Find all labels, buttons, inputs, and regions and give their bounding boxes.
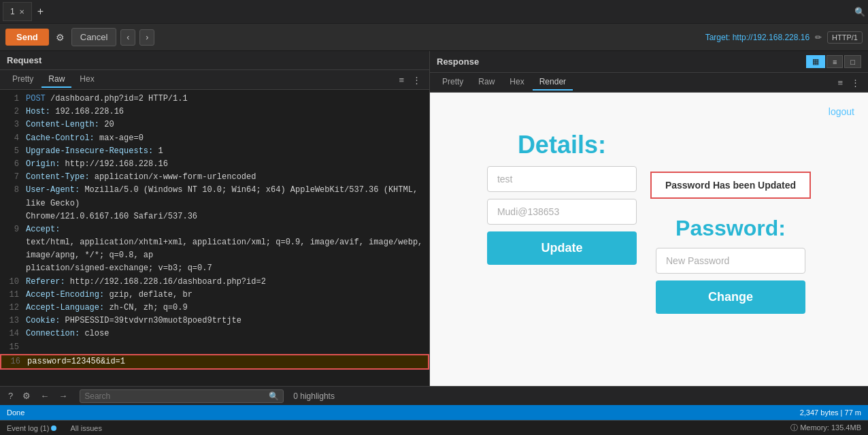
username-input[interactable] <box>487 166 637 192</box>
status-right: 2,347 bytes | 77 m <box>800 408 861 417</box>
code-line: 15 <box>0 341 429 354</box>
nav-back-btn[interactable]: ‹ <box>120 29 135 46</box>
event-dot <box>51 425 56 431</box>
code-line: 8 User-Agent: Mozilla/5.0 (Windows NT 10… <box>0 184 429 223</box>
tab-response-raw[interactable]: Raw <box>471 74 501 91</box>
update-button[interactable]: Update <box>487 231 637 265</box>
more-btn[interactable]: ⋮ <box>410 74 424 86</box>
right-column: Password Has been Updated Password: Chan… <box>650 131 811 314</box>
tab-close-btn[interactable]: ✕ <box>19 8 24 16</box>
tab-bar: 1 ✕ + 🔍 <box>0 0 868 24</box>
done-status: Done <box>7 408 24 417</box>
send-button[interactable]: Send <box>5 29 49 46</box>
event-log-bar: Event log (1) All issues ⓘ Memory: 135.4… <box>0 420 868 435</box>
response-more-btn[interactable]: ⋮ <box>848 76 863 89</box>
http-version-badge: HTTP/1 <box>827 31 863 44</box>
new-password-input[interactable] <box>656 248 805 274</box>
password-title: Password: <box>675 216 786 241</box>
nav-forward-btn[interactable]: › <box>139 29 154 46</box>
request-panel-header: Request <box>0 51 429 70</box>
response-tabs: Pretty Raw Hex Render ≡ ⋮ <box>430 73 868 93</box>
help-icon[interactable]: ? <box>5 389 16 402</box>
details-section: Details: Update Password Has been Update… <box>444 131 854 314</box>
code-line: 12 Accept-Language: zh-CN, zh; q=0.9 <box>0 302 429 315</box>
code-line: 1 POST /dashboard.php?id=2 HTTP/1.1 <box>0 93 429 106</box>
highlights-count: 0 highlights <box>293 391 335 401</box>
response-panel: Response ▦ ≡ □ Pretty Raw Hex Render ≡ ⋮… <box>430 51 868 386</box>
bottom-bar: ? ⚙ ← → 🔍 0 highlights <box>0 386 868 405</box>
response-wrap-btn[interactable]: ≡ <box>835 76 846 89</box>
edit-icon[interactable]: ✏ <box>815 33 822 42</box>
toolbar: Send ⚙ Cancel ‹ › Target: http://192.168… <box>0 24 868 51</box>
memory-info: ⓘ Memory: 135.4MB <box>790 423 861 433</box>
status-bar: Done 2,347 bytes | 77 m <box>0 405 868 420</box>
search-icon: 🔍 <box>269 391 279 401</box>
code-line: 4 Cache-Control: max-age=0 <box>0 132 429 145</box>
code-line: 11 Accept-Encoding: gzip, deflate, br <box>0 289 429 302</box>
current-password-input[interactable] <box>487 199 637 225</box>
tab-response-render[interactable]: Render <box>533 74 573 91</box>
forward-icon[interactable]: → <box>56 389 70 402</box>
code-area[interactable]: 1 POST /dashboard.php?id=2 HTTP/1.1 2 Ho… <box>0 90 429 386</box>
response-panel-header: Response ▦ ≡ □ <box>430 51 868 73</box>
search-input[interactable] <box>84 391 269 401</box>
tab-1[interactable]: 1 ✕ <box>3 2 32 21</box>
view-btn-list[interactable]: ≡ <box>827 55 843 68</box>
all-issues-label[interactable]: All issues <box>70 424 101 432</box>
view-btn-box[interactable]: □ <box>844 55 861 68</box>
search-container: 🔍 <box>80 389 284 403</box>
code-line: 6 Origin: http://192.168.228.16 <box>0 158 429 171</box>
tab-pretty[interactable]: Pretty <box>5 71 40 88</box>
tab-response-pretty[interactable]: Pretty <box>435 74 470 91</box>
code-line: 13 Cookie: PHPSESSID=39tvdvrn30muot8poed… <box>0 315 429 327</box>
highlighted-line: 16 password=123456&id=1 <box>0 354 429 370</box>
render-area: logout Details: Update Password Has been… <box>430 93 868 386</box>
tab-search-icon: 🔍 <box>854 7 865 17</box>
update-notification: Password Has been Updated <box>650 172 811 199</box>
view-buttons: ▦ ≡ □ <box>806 55 861 68</box>
settings-icon[interactable]: ⚙ <box>53 29 67 46</box>
event-log-label[interactable]: Event log (1) <box>7 424 56 432</box>
request-panel: Request Pretty Raw Hex ≡ ⋮ 1 POST /dashb… <box>0 51 430 386</box>
response-label: Response <box>437 57 479 67</box>
cancel-button[interactable]: Cancel <box>71 28 116 46</box>
code-line: 14 Connection: close <box>0 327 429 340</box>
main-area: Request Pretty Raw Hex ≡ ⋮ 1 POST /dashb… <box>0 51 868 386</box>
code-line: 9 Accept:text/html, application/xhtml+xm… <box>0 223 429 276</box>
response-actions: ≡ ⋮ <box>835 76 863 89</box>
view-btn-grid[interactable]: ▦ <box>806 55 825 68</box>
target-info: Target: http://192.168.228.16 ✏ HTTP/1 <box>705 31 863 44</box>
code-line: 7 Content-Type: application/x-www-form-u… <box>0 171 429 184</box>
settings-bottom-icon[interactable]: ⚙ <box>20 389 33 402</box>
code-line: 5 Upgrade-Insecure-Requests: 1 <box>0 145 429 158</box>
panel-actions: ≡ ⋮ <box>396 74 424 86</box>
change-button[interactable]: Change <box>656 280 805 314</box>
tab-raw[interactable]: Raw <box>41 71 71 88</box>
tab-response-hex[interactable]: Hex <box>503 74 531 91</box>
request-tabs: Pretty Raw Hex ≡ ⋮ <box>0 70 429 90</box>
code-line: 2 Host: 192.168.228.16 <box>0 106 429 118</box>
tab-hex[interactable]: Hex <box>73 71 101 88</box>
target-url: Target: http://192.168.228.16 <box>705 33 809 42</box>
bytes-info: 2,347 bytes | 77 m <box>800 408 861 417</box>
logout-link[interactable]: logout <box>829 106 854 117</box>
code-line: 10 Referer: http://192.168.228.16/dashbo… <box>0 276 429 289</box>
code-line: 3 Content-Length: 20 <box>0 118 429 131</box>
back-icon[interactable]: ← <box>37 389 52 402</box>
tab-label: 1 <box>10 7 15 16</box>
details-title: Details: <box>518 131 606 159</box>
tab-add-btn[interactable]: + <box>33 5 48 18</box>
word-wrap-btn[interactable]: ≡ <box>396 74 407 86</box>
left-column: Details: Update <box>487 131 637 265</box>
